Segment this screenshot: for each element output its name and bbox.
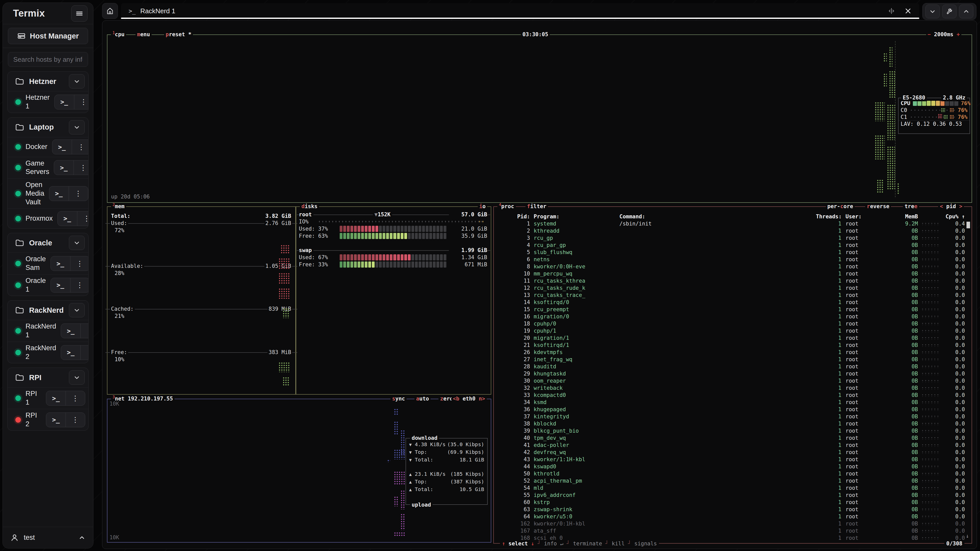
- process-row-29[interactable]: 29khungtaskd1root0B0.0: [494, 370, 972, 377]
- process-row-33[interactable]: 33kcompactd01root0B0.0: [494, 392, 972, 399]
- process-row-37[interactable]: 37kintegrityd1root0B0.0: [494, 413, 972, 420]
- process-row-3[interactable]: 3rcu_gp1root0B0.0: [494, 234, 972, 241]
- terminal-view[interactable]: 1cpu menu preset * 03:30:05 − 2000ms + E…: [102, 21, 977, 549]
- group-collapse-button[interactable]: [69, 120, 85, 135]
- process-row-55[interactable]: 55ipv6_addrconf1root0B0.0: [494, 492, 972, 499]
- host-row-oracle-1[interactable]: Oracle 1>_⋮: [8, 274, 88, 296]
- proc-scrollbar-thumb[interactable]: [966, 222, 970, 228]
- process-row-28[interactable]: 28kauditd1root0B0.0: [494, 363, 972, 370]
- open-terminal-button[interactable]: >_: [46, 413, 65, 427]
- host-row-hetzner-1[interactable]: Hetzner 1>_⋮: [8, 91, 88, 113]
- group-header[interactable]: RPI: [8, 368, 88, 387]
- process-row-11[interactable]: 11rcu_tasks_kthrea1root0B0.0: [494, 277, 972, 284]
- process-row-5[interactable]: 5slub_flushwq1root0B0.0: [494, 249, 972, 256]
- host-menu-button[interactable]: ⋮: [80, 345, 89, 360]
- host-row-docker[interactable]: Docker>_⋮: [8, 137, 88, 157]
- process-row-1[interactable]: 1systemd/sbin/init1root9.2M0.4: [494, 220, 972, 227]
- process-row-54[interactable]: 54mld1root0B0.0: [494, 484, 972, 492]
- group-collapse-button[interactable]: [69, 303, 85, 318]
- process-row-14[interactable]: 14ksoftirqd/01root0B0.0: [494, 299, 972, 306]
- group-header[interactable]: Hetzner: [8, 72, 88, 91]
- open-terminal-button[interactable]: >_: [51, 278, 70, 292]
- process-row-39[interactable]: 39blkcg_punt_bio1root0B0.0: [494, 427, 972, 434]
- tree-toggle[interactable]: tree: [903, 203, 919, 210]
- group-collapse-button[interactable]: [69, 236, 85, 250]
- process-table-header[interactable]: Pid: Program: Command: Threads: User: Me…: [494, 213, 972, 220]
- open-terminal-button[interactable]: >_: [61, 345, 80, 360]
- process-row-4[interactable]: 4rcu_par_gp1root0B0.0: [494, 241, 972, 249]
- host-manager-button[interactable]: Host Manager: [8, 28, 88, 44]
- process-row-19[interactable]: 19cpuhp/11root0B0.0: [494, 327, 972, 334]
- io-mode-button[interactable]: io: [478, 203, 487, 210]
- open-terminal-button[interactable]: >_: [54, 160, 73, 175]
- net-auto-button[interactable]: auto: [414, 395, 431, 402]
- process-row-38[interactable]: 38kblockd1root0B0.0: [494, 420, 972, 427]
- process-row-44[interactable]: 44kswapd01root0B0.0: [494, 463, 972, 470]
- tools-button[interactable]: [942, 5, 956, 18]
- process-row-10[interactable]: 10mm_percpu_wq1root0B0.0: [494, 270, 972, 277]
- process-row-13[interactable]: 13rcu_tasks_trace_1root0B0.0: [494, 292, 972, 299]
- process-row-15[interactable]: 15rcu_preempt1root0B0.0: [494, 306, 972, 313]
- host-row-racknerd-1[interactable]: RackNerd 1>_⋮: [8, 320, 88, 341]
- open-terminal-button[interactable]: >_: [61, 324, 80, 338]
- host-menu-button[interactable]: ⋮: [77, 211, 89, 226]
- host-menu-button[interactable]: ⋮: [70, 278, 89, 292]
- process-row-2[interactable]: 2kthreadd1root0B0.0: [494, 227, 972, 234]
- home-button[interactable]: [102, 3, 118, 19]
- process-row-26[interactable]: 26kdevtmpfs1root0B0.0: [494, 349, 972, 356]
- host-menu-button[interactable]: ⋮: [65, 413, 85, 427]
- process-table[interactable]: 1systemd/sbin/init1root9.2M0.42kthreadd1…: [494, 220, 972, 541]
- proc-footer[interactable]: ↑ select ↓ ┘ info ↵ ┘ terminate ┘ kill ┘…: [500, 540, 659, 547]
- process-row-167[interactable]: 167ata_sff1root0B0.0: [494, 527, 972, 534]
- process-row-27[interactable]: 27inet_frag_wq1root0B0.0: [494, 356, 972, 363]
- host-menu-button[interactable]: ⋮: [80, 324, 89, 338]
- process-row-16[interactable]: 16migration/01root0B0.0: [494, 313, 972, 320]
- menu-button[interactable]: menu: [135, 31, 151, 38]
- group-collapse-button[interactable]: [69, 74, 85, 89]
- host-row-proxmox[interactable]: Proxmox>_⋮: [8, 208, 88, 228]
- host-row-rpi-1[interactable]: RPI 1>_⋮: [8, 387, 88, 409]
- process-row-21[interactable]: 21ksoftirqd/11root0B0.0: [494, 341, 972, 349]
- process-row-30[interactable]: 30oom_reaper1root0B0.0: [494, 377, 972, 384]
- process-row-20[interactable]: 20migration/11root0B0.0: [494, 334, 972, 341]
- host-menu-button[interactable]: ⋮: [70, 256, 89, 271]
- open-terminal-button[interactable]: >_: [55, 95, 74, 109]
- group-header[interactable]: RackNerd: [8, 300, 88, 320]
- group-header[interactable]: Oracle: [8, 233, 88, 252]
- process-row-42[interactable]: 42devfreq_wq1root0B0.0: [494, 449, 972, 456]
- collapse-button[interactable]: [925, 5, 940, 18]
- process-row-60[interactable]: 60kstrp1root0B0.0: [494, 499, 972, 506]
- user-bar[interactable]: test: [3, 527, 93, 548]
- disks-panel-title[interactable]: disks: [300, 203, 319, 210]
- split-pane-icon[interactable]: [888, 7, 895, 15]
- process-row-52[interactable]: 52acpi_thermal_pm1root0B0.0: [494, 477, 972, 484]
- process-row-162[interactable]: 162kworker/0:1H-kbl1root0B0.0: [494, 520, 972, 527]
- tab-racknerd-1[interactable]: >_ RackNerd 1: [121, 3, 919, 19]
- host-menu-button[interactable]: ⋮: [65, 391, 85, 405]
- host-row-game-servers[interactable]: Game Servers>_⋮: [8, 157, 88, 179]
- group-collapse-button[interactable]: [69, 370, 85, 385]
- host-menu-button[interactable]: ⋮: [73, 160, 89, 175]
- group-header[interactable]: Laptop: [8, 118, 88, 137]
- process-row-63[interactable]: 63zswap-shrink1root0B0.0: [494, 506, 972, 513]
- sort-column-switcher[interactable]: < pid >: [938, 203, 964, 210]
- sidebar-menu-button[interactable]: [71, 5, 88, 22]
- reverse-toggle[interactable]: reverse: [865, 203, 891, 210]
- host-row-rpi-2[interactable]: RPI 2>_⋮: [8, 409, 88, 430]
- process-row-50[interactable]: 50kthrotld1root0B0.0: [494, 470, 972, 477]
- process-row-18[interactable]: 18cpuhp/01root0B0.0: [494, 320, 972, 327]
- process-row-36[interactable]: 36khugepaged1root0B0.0: [494, 406, 972, 413]
- proc-filter-button[interactable]: filter: [525, 203, 548, 210]
- process-row-40[interactable]: 40tpm_dev_wq1root0B0.0: [494, 434, 972, 441]
- net-sync-button[interactable]: sync: [390, 395, 407, 402]
- process-row-32[interactable]: 32writeback1root0B0.0: [494, 384, 972, 392]
- host-menu-button[interactable]: ⋮: [72, 140, 89, 154]
- preset-button[interactable]: preset *: [164, 31, 193, 38]
- host-row-racknerd-2[interactable]: RackNerd 2>_⋮: [8, 341, 88, 363]
- open-terminal-button[interactable]: >_: [51, 256, 70, 271]
- chevron-up-icon[interactable]: [78, 534, 86, 541]
- open-terminal-button[interactable]: >_: [58, 211, 77, 226]
- net-interface-switcher[interactable]: <b eth0 n>: [452, 395, 487, 402]
- process-row-41[interactable]: 41edac-poller1root0B0.0: [494, 441, 972, 449]
- open-terminal-button[interactable]: >_: [46, 391, 65, 405]
